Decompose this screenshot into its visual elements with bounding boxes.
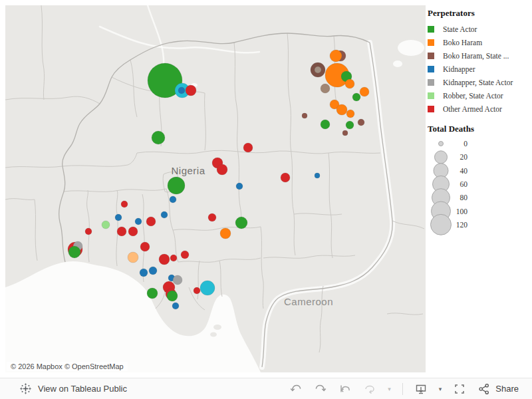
legend-swatch — [428, 53, 434, 59]
map-bubble[interactable] — [121, 201, 128, 207]
legend-swatch — [428, 92, 434, 99]
size-legend-label: 0 — [464, 140, 467, 148]
fullscreen-icon[interactable] — [453, 382, 466, 396]
tableau-toolbar: View on Tableau Public — [0, 378, 532, 399]
map-bubble[interactable] — [243, 143, 253, 152]
legend-item[interactable]: Boko Haram — [426, 36, 532, 49]
map-bubble[interactable] — [321, 120, 330, 129]
map-bubble[interactable] — [140, 269, 148, 277]
perpetrators-legend-title: Perpetrators — [428, 8, 532, 19]
refresh-caret-icon[interactable]: ▾ — [388, 386, 391, 392]
map-bubble[interactable] — [152, 131, 165, 144]
map-bubble[interactable] — [236, 183, 243, 190]
map-bubble[interactable] — [117, 227, 126, 236]
map-bubble[interactable] — [181, 251, 189, 259]
legend-swatch — [428, 39, 434, 46]
size-legend-label: 120 — [456, 221, 468, 229]
map-bubble[interactable] — [173, 275, 182, 285]
map-bubble[interactable] — [85, 228, 92, 235]
size-legend-label: 20 — [460, 153, 468, 161]
undo-icon[interactable] — [289, 382, 303, 396]
map-bubble[interactable] — [146, 217, 156, 226]
map-bubble[interactable] — [186, 85, 196, 96]
legend-item[interactable]: Robber, State Actor — [426, 89, 532, 102]
tableau-embed: NigeriaCameroon © 2026 Mapbox © OpenStre… — [0, 0, 532, 399]
map-bubble[interactable] — [159, 254, 170, 265]
map-bubble[interactable] — [161, 211, 168, 218]
map-bubble[interactable] — [342, 130, 348, 136]
map-bubble[interactable] — [281, 173, 290, 182]
legend-item-label: Boko Haram, State ... — [443, 52, 509, 60]
legend-item[interactable]: Boko Haram, State ... — [426, 49, 532, 63]
map-bubble[interactable] — [315, 173, 320, 178]
legend-item-label: Robber, State Actor — [443, 92, 503, 100]
map-bubble[interactable] — [128, 252, 138, 263]
download-icon[interactable] — [414, 382, 428, 396]
size-legend-label: 80 — [460, 194, 468, 201]
map-bubble[interactable] — [346, 121, 354, 129]
map-bubble[interactable] — [208, 213, 216, 221]
map-attribution: © 2026 Mapbox © OpenStreetMap — [7, 362, 128, 371]
map-bubble[interactable] — [235, 217, 247, 229]
replay-icon[interactable] — [338, 382, 352, 396]
map-bubble[interactable] — [147, 288, 158, 299]
map-bubble[interactable] — [330, 50, 342, 62]
legend-item-label: Other Armed Actor — [443, 105, 502, 113]
map-bubble[interactable] — [200, 281, 215, 295]
map-bubble[interactable] — [170, 196, 176, 203]
toolbar-actions: ▾ ▾ — [289, 378, 519, 399]
size-legend-label: 100 — [456, 207, 468, 215]
map-bubble[interactable] — [140, 242, 150, 251]
redo-icon[interactable] — [314, 382, 327, 396]
lake-chad — [398, 40, 424, 56]
map-bubble[interactable] — [345, 79, 354, 88]
size-legend-circle — [439, 142, 444, 146]
tableau-logo-icon — [20, 383, 31, 394]
map-bubble[interactable] — [315, 66, 321, 73]
size-legend-circle — [435, 151, 448, 164]
legend-item[interactable]: State Actor — [426, 23, 532, 36]
download-caret-icon[interactable]: ▾ — [439, 386, 442, 392]
legend-item[interactable]: Kidnapper — [426, 63, 532, 76]
map-bubble[interactable] — [149, 267, 157, 275]
share-icon — [477, 382, 491, 396]
map-bubble[interactable] — [135, 218, 142, 225]
map-bubble[interactable] — [167, 291, 178, 301]
legend-item-label: Kidnapper, State Actor — [443, 78, 513, 86]
legend-item[interactable]: Kidnapper, State Actor — [426, 76, 532, 89]
nigeria-map[interactable]: NigeriaCameroon — [5, 5, 426, 372]
map-bubble[interactable] — [358, 119, 364, 126]
perpetrator-legend-items: State ActorBoko HaramBoko Haram, State .… — [426, 23, 532, 116]
map-bubble[interactable] — [346, 110, 354, 118]
map-viewport[interactable]: NigeriaCameroon © 2026 Mapbox © OpenStre… — [5, 5, 426, 372]
lake — [393, 61, 402, 67]
size-legend-circle — [431, 214, 452, 235]
map-bubble[interactable] — [194, 287, 200, 294]
share-button[interactable]: Share — [477, 382, 519, 396]
island — [210, 332, 217, 337]
map-bubble[interactable] — [170, 255, 177, 261]
map-bubble[interactable] — [178, 87, 185, 94]
map-bubble[interactable] — [302, 113, 307, 118]
legend-swatch — [428, 66, 434, 72]
map-bubble[interactable] — [360, 87, 369, 96]
toolbar-divider — [402, 383, 403, 395]
map-bubble[interactable] — [102, 221, 110, 229]
map-bubble[interactable] — [220, 228, 231, 239]
size-legend-label: 40 — [460, 167, 468, 175]
map-bubble[interactable] — [115, 214, 122, 221]
legend-item[interactable]: Other Armed Actor — [426, 102, 532, 116]
map-bubble[interactable] — [336, 104, 347, 115]
refresh-icon[interactable] — [363, 382, 376, 396]
legend-panel: Perpetrators State ActorBoko HaramBoko H… — [426, 0, 532, 372]
map-bubble[interactable] — [321, 84, 330, 93]
map-bubble[interactable] — [128, 227, 138, 236]
legend-swatch — [428, 26, 434, 33]
map-bubble[interactable] — [352, 93, 360, 101]
map-bubble[interactable] — [172, 303, 179, 309]
map-bubble[interactable] — [68, 246, 80, 258]
map-bubble[interactable] — [217, 164, 227, 175]
map-bubble[interactable] — [168, 177, 185, 194]
view-on-tableau-button[interactable]: View on Tableau Public — [20, 378, 127, 399]
legend-swatch — [428, 106, 434, 112]
